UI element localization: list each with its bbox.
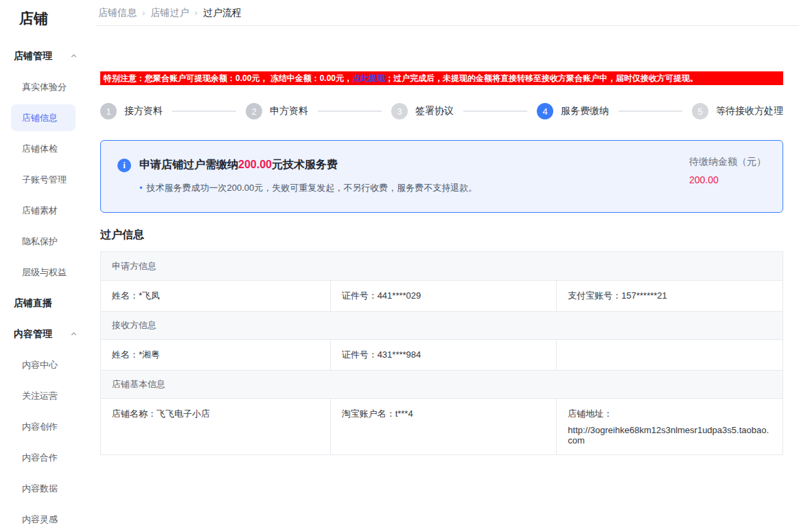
step-1-circle: 1	[100, 103, 117, 119]
step-5-circle: 5	[692, 103, 708, 119]
withdraw-warning-banner: 特别注意：您聚合账户可提现余额：0.00元， 冻结中金额：0.00元，点此提现；…	[100, 71, 783, 85]
fee-notice-detail: •技术服务费成功一次200.00元，失败可重复发起，不另行收费，服务费不支持退款…	[139, 182, 766, 194]
sidebar-item-content-inspiration[interactable]: 内容灵感	[0, 504, 96, 532]
step-5-wait-receiver: 5 等待接收方处理	[692, 103, 783, 119]
fee-notice-title: 申请店铺过户需缴纳200.00元技术服务费	[139, 158, 338, 172]
shop-address-url: http://3ogreihke68km12s3nlmesr1udpa3s5.t…	[568, 425, 772, 446]
step-4-label: 服务费缴纳	[561, 105, 609, 117]
table-row: 姓名：*湘粤 证件号：431****984	[101, 340, 783, 371]
step-2-circle: 2	[246, 103, 262, 119]
step-connector	[463, 111, 527, 112]
sidebar-item-privacy-protection[interactable]: 隐私保护	[0, 226, 96, 257]
sidebar-group-label: 店铺管理	[14, 50, 52, 62]
chevron-up-icon	[70, 52, 78, 60]
warning-text-before: 特别注意：您聚合账户可提现余额：0.00元， 冻结中金额：0.00元，	[104, 73, 352, 83]
table-row: 店铺名称：飞飞电子小店 淘宝账户名：t***4 店铺地址：http://3ogr…	[101, 399, 783, 454]
sidebar-group-shop-management[interactable]: 店铺管理	[0, 41, 96, 71]
fee-title-amount: 200.00	[238, 159, 272, 170]
withdraw-now-link[interactable]: 点此提现	[352, 73, 385, 83]
main-content: 店铺信息 › 店铺过户 › 过户流程 特别注意：您聚合账户可提现余额：0.00元…	[96, 0, 799, 532]
breadcrumb-shop-info[interactable]: 店铺信息	[98, 7, 137, 19]
fee-due-amount: 200.00	[689, 174, 766, 185]
breadcrumb-current-transfer-flow: 过户流程	[203, 7, 242, 19]
fee-title-prefix: 申请店铺过户需缴纳	[139, 159, 238, 170]
chevron-up-icon	[70, 330, 78, 338]
sidebar-item-shop-checkup[interactable]: 店铺体检	[0, 133, 96, 164]
taobao-account-cell: 淘宝账户名：t***4	[330, 399, 557, 454]
sidebar-item-real-experience-score[interactable]: 真实体验分	[0, 71, 96, 102]
transfer-info-section-title: 过户信息	[100, 228, 799, 242]
sidebar-group-content-management[interactable]: 内容管理	[0, 319, 96, 349]
step-2-label: 申方资料	[270, 105, 308, 117]
breadcrumb-separator: ›	[194, 8, 197, 18]
sidebar: 店铺 店铺管理 真实体验分 店铺信息 店铺体检 子账号管理 店铺素材 隐私保护 …	[0, 0, 96, 532]
step-4-circle: 4	[537, 103, 553, 119]
fee-notice-panel: i 申请店铺过户需缴纳200.00元技术服务费 •技术服务费成功一次200.00…	[100, 140, 783, 213]
receiver-empty-cell	[556, 340, 783, 370]
step-connector	[618, 111, 682, 112]
sidebar-group-shop-live[interactable]: 店铺直播	[0, 288, 96, 319]
applicant-alipay-cell: 支付宝账号：157******21	[556, 281, 783, 311]
warning-text-after: ；过户完成后，未提现的金额将直接转移至接收方聚合账户中，届时仅接收方可提现。	[385, 73, 698, 83]
step-connector	[172, 111, 236, 112]
bullet-dot: •	[139, 183, 143, 193]
receiver-id-cell: 证件号：431****984	[330, 340, 557, 370]
sidebar-item-shop-material[interactable]: 店铺素材	[0, 195, 96, 226]
table-group-header-receiver: 接收方信息	[101, 311, 783, 340]
sidebar-item-content-creation[interactable]: 内容创作	[0, 411, 96, 442]
breadcrumb-shop-transfer[interactable]: 店铺过户	[150, 7, 189, 19]
sidebar-item-content-cooperation[interactable]: 内容合作	[0, 442, 96, 473]
table-row: 姓名：*飞凤 证件号：441****029 支付宝账号：157******21	[101, 281, 783, 312]
step-3-label: 签署协议	[415, 105, 454, 117]
fee-due-block: 待缴纳金额（元） 200.00	[689, 156, 766, 185]
table-group-header-applicant: 申请方信息	[101, 252, 783, 281]
breadcrumb-separator: ›	[142, 8, 145, 18]
sidebar-item-level-benefits[interactable]: 层级与权益	[0, 257, 96, 288]
fee-title-suffix: 元技术服务费	[272, 159, 338, 170]
step-5-label: 等待接收方处理	[716, 105, 783, 117]
shop-address-label: 店铺地址：	[568, 408, 612, 419]
fee-due-label: 待缴纳金额（元）	[689, 156, 766, 168]
info-icon: i	[117, 159, 131, 172]
sidebar-item-follow-operation[interactable]: 关注运营	[0, 380, 96, 411]
transfer-step-bar: 1 接方资料 2 申方资料 3 签署协议 4 服务费缴纳 5 等待接收方处理	[100, 103, 783, 119]
sidebar-group-label: 内容管理	[14, 328, 52, 340]
step-1-receiver-info: 1 接方资料	[100, 103, 163, 119]
shop-address-cell: 店铺地址：http://3ogreihke68km12s3nlmesr1udpa…	[556, 399, 783, 454]
sidebar-item-content-data[interactable]: 内容数据	[0, 473, 96, 504]
sidebar-item-shop-info[interactable]: 店铺信息	[0, 102, 96, 133]
breadcrumb: 店铺信息 › 店铺过户 › 过户流程	[96, 0, 799, 26]
applicant-name-cell: 姓名：*飞凤	[101, 281, 330, 311]
table-group-header-shop-basic: 店铺基本信息	[101, 370, 783, 399]
step-2-applicant-info: 2 申方资料	[246, 103, 308, 119]
sidebar-group-label: 店铺直播	[14, 297, 52, 310]
receiver-name-cell: 姓名：*湘粤	[101, 340, 330, 370]
sidebar-item-subaccount-management[interactable]: 子账号管理	[0, 164, 96, 195]
shop-name-cell: 店铺名称：飞飞电子小店	[101, 399, 330, 454]
fee-detail-text: 技术服务费成功一次200.00元，失败可重复发起，不另行收费，服务费不支持退款。	[147, 183, 478, 193]
sidebar-title: 店铺	[0, 0, 96, 41]
applicant-id-cell: 证件号：441****029	[330, 281, 557, 311]
step-4-service-fee-payment: 4 服务费缴纳	[537, 103, 609, 119]
step-connector	[318, 111, 382, 112]
sidebar-item-content-center[interactable]: 内容中心	[0, 349, 96, 380]
step-3-sign-agreement: 3 签署协议	[391, 103, 454, 119]
step-1-label: 接方资料	[124, 105, 163, 117]
transfer-info-table: 申请方信息 姓名：*飞凤 证件号：441****029 支付宝账号：157***…	[100, 251, 783, 455]
step-3-circle: 3	[391, 103, 408, 119]
